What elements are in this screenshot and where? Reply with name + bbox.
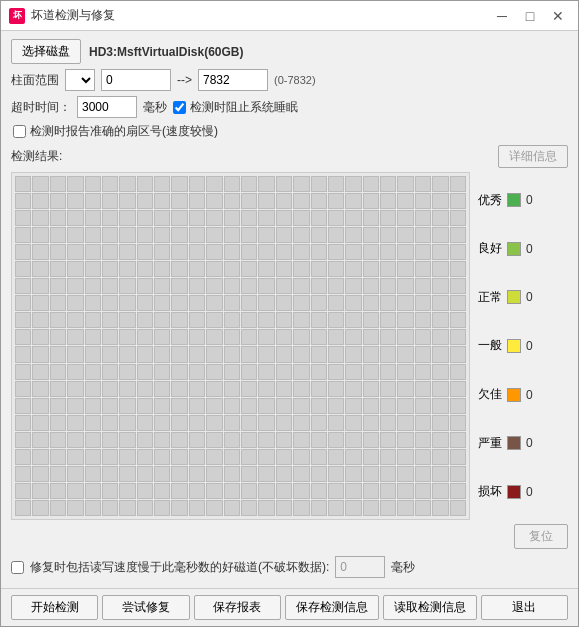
grid-cell <box>154 329 170 345</box>
grid-cell <box>397 381 413 397</box>
grid-cell <box>67 176 83 192</box>
grid-cell <box>311 210 327 226</box>
grid-cell <box>258 244 274 260</box>
grid-cell <box>450 295 466 311</box>
grid-cell <box>241 329 257 345</box>
grid-cell <box>328 312 344 328</box>
grid-cell <box>15 398 31 414</box>
grid-cell <box>432 398 448 414</box>
minimize-button[interactable]: ─ <box>490 6 514 26</box>
grid-cell <box>137 346 153 362</box>
grid-cell <box>119 193 135 209</box>
grid-cell <box>50 227 66 243</box>
grid-cell <box>189 210 205 226</box>
grid-cell <box>32 193 48 209</box>
grid-cell <box>189 398 205 414</box>
grid-cell <box>206 346 222 362</box>
grid-cell <box>67 295 83 311</box>
grid-cell <box>328 210 344 226</box>
grid-cell <box>154 364 170 380</box>
grid-cell <box>415 244 431 260</box>
grid-cell <box>206 261 222 277</box>
detail-button[interactable]: 详细信息 <box>498 145 568 168</box>
grid-cell <box>206 312 222 328</box>
start-button[interactable]: 开始检测 <box>11 595 98 620</box>
grid-cell <box>450 364 466 380</box>
grid-cell <box>102 449 118 465</box>
save-report-button[interactable]: 保存报表 <box>194 595 281 620</box>
sleep-checkbox-row: 检测时阻止系统睡眠 <box>173 99 298 116</box>
grid-cell <box>345 398 361 414</box>
cylinder-end-input[interactable] <box>198 69 268 91</box>
grid-cell <box>119 415 135 431</box>
grid-cell <box>85 346 101 362</box>
grid-cell <box>102 227 118 243</box>
cylinder-start-input[interactable] <box>101 69 171 91</box>
try-repair-button[interactable]: 尝试修复 <box>102 595 189 620</box>
grid-cell <box>102 432 118 448</box>
grid-cell <box>171 432 187 448</box>
grid-cell <box>276 466 292 482</box>
disk-name-label: HD3:MsftVirtualDisk(60GB) <box>89 45 243 59</box>
cylinder-type-select[interactable] <box>65 69 95 91</box>
grid-cell <box>224 381 240 397</box>
grid-cell <box>206 415 222 431</box>
accurate-checkbox[interactable] <box>13 125 26 138</box>
grid-cell <box>397 483 413 499</box>
grid-cell <box>380 415 396 431</box>
grid-cell <box>50 415 66 431</box>
select-disk-button[interactable]: 选择磁盘 <box>11 39 81 64</box>
grid-cell <box>171 312 187 328</box>
grid-cell <box>85 449 101 465</box>
window-title: 坏道检测与修复 <box>31 7 490 24</box>
grid-cell <box>415 415 431 431</box>
grid-cell <box>293 346 309 362</box>
timeout-unit: 毫秒 <box>143 99 167 116</box>
grid-cell <box>241 295 257 311</box>
timeout-input[interactable] <box>77 96 137 118</box>
grid-cell <box>397 398 413 414</box>
grid-cell <box>345 415 361 431</box>
grid-cell <box>102 193 118 209</box>
grid-cell <box>380 210 396 226</box>
grid-cell <box>276 329 292 345</box>
legend-label-5: 严重 <box>478 435 502 452</box>
legend-count-4: 0 <box>526 388 533 402</box>
grid-cell <box>311 432 327 448</box>
grid-cell <box>345 278 361 294</box>
grid-cell <box>450 432 466 448</box>
grid-cell <box>258 364 274 380</box>
grid-cell <box>224 176 240 192</box>
grid-cell <box>276 398 292 414</box>
grid-cell <box>85 312 101 328</box>
grid-cell <box>32 329 48 345</box>
grid-cell <box>415 295 431 311</box>
grid-cell <box>397 312 413 328</box>
legend-item-4: 欠佳 0 <box>478 386 568 403</box>
maximize-button[interactable]: □ <box>518 6 542 26</box>
load-detect-button[interactable]: 读取检测信息 <box>383 595 477 620</box>
grid-cell <box>171 466 187 482</box>
grid-cell <box>15 278 31 294</box>
grid-cell <box>450 261 466 277</box>
grid-cell <box>432 261 448 277</box>
repair-checkbox[interactable] <box>11 561 24 574</box>
grid-cell <box>311 278 327 294</box>
grid-cell <box>32 398 48 414</box>
grid-cell <box>85 227 101 243</box>
grid-cell <box>15 381 31 397</box>
repair-threshold-input[interactable] <box>335 556 385 578</box>
grid-cell <box>328 364 344 380</box>
reset-button[interactable]: 复位 <box>514 524 568 549</box>
grid-cell <box>432 227 448 243</box>
sleep-label: 检测时阻止系统睡眠 <box>190 99 298 116</box>
grid-cell <box>293 278 309 294</box>
exit-button[interactable]: 退出 <box>481 595 568 620</box>
save-detect-button[interactable]: 保存检测信息 <box>285 595 379 620</box>
grid-cell <box>328 381 344 397</box>
grid-cell <box>189 261 205 277</box>
close-button[interactable]: ✕ <box>546 6 570 26</box>
grid-cell <box>15 227 31 243</box>
sleep-checkbox[interactable] <box>173 101 186 114</box>
grid-cell <box>276 312 292 328</box>
